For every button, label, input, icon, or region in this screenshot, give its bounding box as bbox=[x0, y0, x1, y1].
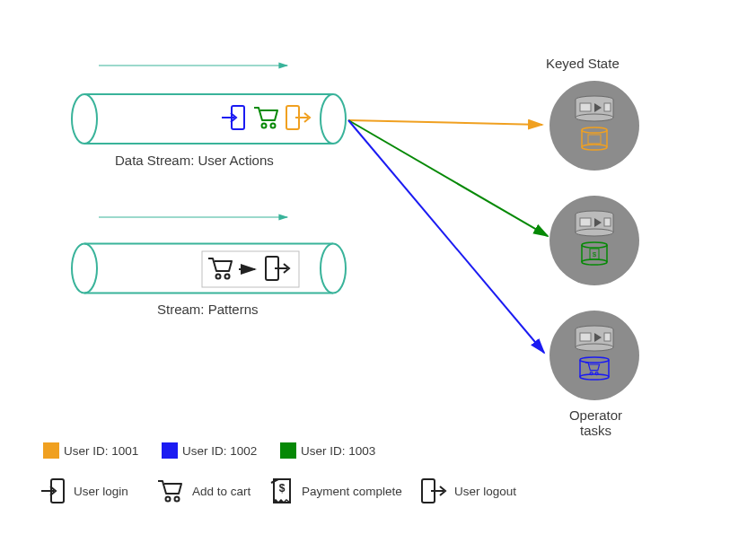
svg-point-38 bbox=[582, 259, 607, 265]
pipe-1-left-cap bbox=[72, 94, 97, 144]
svg-rect-29 bbox=[576, 214, 613, 232]
svg-point-41 bbox=[576, 326, 613, 333]
svg-rect-9 bbox=[286, 106, 299, 129]
legend-label: Add to cart bbox=[192, 485, 251, 498]
svg-rect-34 bbox=[604, 218, 611, 226]
db-icon bbox=[576, 211, 613, 236]
svg-point-48 bbox=[580, 357, 609, 363]
connector-orange bbox=[348, 120, 542, 125]
svg-text:$: $ bbox=[593, 250, 597, 258]
cart-icon bbox=[208, 258, 232, 279]
swatch-blue bbox=[162, 442, 178, 459]
legend-label: User logout bbox=[454, 485, 516, 498]
cylinder-icon: $ bbox=[582, 242, 607, 265]
svg-rect-22 bbox=[604, 103, 611, 111]
svg-rect-0 bbox=[84, 94, 333, 144]
db-icon bbox=[576, 326, 613, 351]
db-icon bbox=[576, 96, 613, 121]
legend-icon-cart: Add to cart bbox=[156, 477, 251, 504]
legend-icon-login: User login bbox=[40, 477, 128, 504]
legend-label: Payment complete bbox=[302, 485, 402, 498]
svg-rect-42 bbox=[576, 329, 613, 347]
svg-point-12 bbox=[225, 275, 230, 279]
pipe-2-left-cap bbox=[72, 244, 97, 293]
legend-label: User ID: 1002 bbox=[182, 444, 257, 458]
svg-point-52 bbox=[590, 372, 593, 375]
login-icon bbox=[40, 477, 66, 504]
svg-point-26 bbox=[582, 144, 607, 150]
svg-point-16 bbox=[576, 96, 613, 103]
cart-icon bbox=[156, 477, 185, 504]
cylinder-icon bbox=[580, 357, 609, 380]
svg-rect-5 bbox=[232, 106, 244, 129]
svg-text:$: $ bbox=[279, 482, 286, 495]
svg-point-35 bbox=[582, 242, 607, 248]
logout-icon bbox=[286, 106, 310, 129]
svg-point-51 bbox=[580, 374, 609, 380]
logout-icon bbox=[266, 257, 289, 280]
svg-point-11 bbox=[216, 275, 221, 279]
svg-point-32 bbox=[576, 229, 613, 236]
legend-icon-logout: User logout bbox=[420, 477, 516, 504]
svg-point-28 bbox=[576, 211, 613, 218]
swatch-green bbox=[280, 442, 296, 459]
operator-circle-2 bbox=[549, 196, 639, 285]
svg-point-56 bbox=[166, 497, 171, 502]
svg-rect-46 bbox=[580, 333, 591, 341]
legend-icon-receipt: $ Payment complete bbox=[269, 477, 402, 504]
cylinder-icon bbox=[582, 127, 607, 150]
svg-rect-39 bbox=[590, 249, 599, 259]
operator-circle-1 bbox=[549, 81, 639, 171]
svg-point-57 bbox=[175, 497, 180, 502]
stream-2-label: Stream: Patterns bbox=[157, 302, 259, 317]
pipe-1-right-cap bbox=[321, 94, 346, 144]
svg-point-8 bbox=[271, 124, 276, 128]
stream-1-label: Data Stream: User Actions bbox=[115, 153, 274, 168]
legend-user-1003: User ID: 1003 bbox=[280, 442, 375, 459]
svg-point-7 bbox=[262, 124, 267, 128]
operator-circle-3 bbox=[549, 311, 639, 400]
svg-point-45 bbox=[576, 344, 613, 351]
svg-rect-17 bbox=[576, 100, 613, 118]
svg-rect-33 bbox=[580, 218, 591, 226]
operator-tasks-label: Operator tasks bbox=[553, 407, 638, 438]
legend-user-1001: User ID: 1001 bbox=[43, 442, 138, 459]
svg-rect-27 bbox=[588, 135, 601, 144]
svg-rect-21 bbox=[580, 103, 591, 111]
connector-blue bbox=[348, 120, 544, 353]
svg-rect-47 bbox=[604, 333, 611, 341]
login-icon bbox=[222, 106, 244, 129]
legend-user-1002: User ID: 1002 bbox=[162, 442, 257, 459]
cart-icon bbox=[254, 108, 277, 128]
connector-green bbox=[348, 120, 548, 236]
swatch-orange bbox=[43, 442, 59, 459]
legend-label: User ID: 1003 bbox=[301, 444, 375, 458]
svg-point-53 bbox=[595, 372, 598, 375]
pattern-box bbox=[202, 251, 299, 287]
keyed-state-label: Keyed State bbox=[546, 56, 620, 71]
receipt-icon: $ bbox=[269, 477, 294, 504]
logout-icon bbox=[420, 477, 447, 504]
svg-point-20 bbox=[576, 114, 613, 121]
legend-label: User login bbox=[74, 485, 128, 498]
svg-rect-14 bbox=[266, 257, 278, 280]
svg-point-23 bbox=[582, 127, 607, 133]
pipe-2-right-cap bbox=[321, 244, 346, 293]
legend-label: User ID: 1001 bbox=[64, 444, 138, 458]
